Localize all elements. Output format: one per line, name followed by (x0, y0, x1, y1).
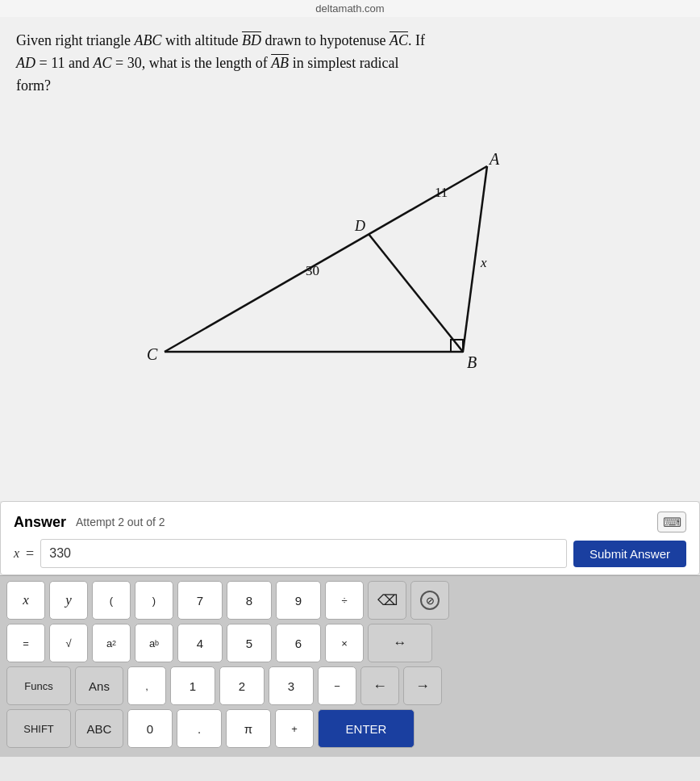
svg-text:x: x (480, 255, 487, 270)
key-right-arrow[interactable]: → (403, 666, 442, 705)
key-comma[interactable]: , (127, 666, 166, 705)
equals-sign: = (26, 545, 34, 562)
keyboard-row-2: = √ a2 ab 4 5 6 × ↔ (6, 624, 694, 662)
svg-line-3 (369, 234, 463, 352)
key-sqrt[interactable]: √ (49, 624, 88, 662)
key-2[interactable]: 2 (219, 666, 265, 705)
svg-text:B: B (467, 353, 477, 371)
key-1[interactable]: 1 (170, 666, 215, 705)
math-keyboard: x y ( ) 7 8 9 ÷ ⌫ ⊘ = √ a2 ab 4 5 6 × ↔ … (0, 575, 700, 757)
svg-text:D: D (354, 218, 365, 234)
clear-icon: ⊘ (420, 591, 440, 610)
key-ans[interactable]: Ans (75, 666, 123, 705)
key-7[interactable]: 7 (177, 581, 223, 620)
answer-label: Answer (14, 514, 66, 531)
key-shift[interactable]: SHIFT (6, 709, 71, 748)
key-multiply[interactable]: × (325, 624, 364, 662)
key-close-paren[interactable]: ) (135, 581, 173, 620)
keyboard-row-1: x y ( ) 7 8 9 ÷ ⌫ ⊘ (6, 581, 694, 620)
key-plus[interactable]: + (275, 709, 314, 748)
url-bar: deltamath.com (0, 0, 700, 17)
key-3[interactable]: 3 (269, 666, 314, 705)
key-decimal[interactable]: . (177, 709, 222, 748)
key-0[interactable]: 0 (127, 709, 173, 748)
x-prefix: x (14, 546, 19, 561)
key-square[interactable]: a2 (92, 624, 131, 662)
answer-input[interactable]: 330 (40, 539, 567, 568)
key-pi[interactable]: π (226, 709, 271, 748)
svg-text:11: 11 (435, 185, 448, 200)
key-5[interactable]: 5 (227, 624, 272, 662)
url-text: deltamath.com (315, 2, 384, 15)
key-6[interactable]: 6 (276, 624, 321, 662)
key-left-right-arrow[interactable]: ↔ (368, 624, 432, 662)
svg-text:30: 30 (306, 263, 319, 278)
key-left-arrow[interactable]: ← (360, 666, 399, 705)
submit-button[interactable]: Submit Answer (573, 541, 686, 567)
input-row: x = 330 Submit Answer (14, 539, 686, 568)
main-content: Given right triangle ABC with altitude B… (0, 17, 700, 501)
diagram-area: C B A D 11 30 x (16, 106, 684, 404)
answer-label-row: Answer Attempt 2 out of 2 ⌨ (14, 512, 686, 532)
keyboard-row-3: Funcs Ans , 1 2 3 − ← → (6, 666, 694, 705)
keyboard-toggle-button[interactable]: ⌨ (657, 512, 686, 532)
key-x[interactable]: x (6, 581, 45, 620)
key-power[interactable]: ab (135, 624, 173, 662)
key-y[interactable]: y (49, 581, 88, 620)
key-minus[interactable]: − (318, 666, 356, 705)
key-9[interactable]: 9 (276, 581, 321, 620)
key-open-paren[interactable]: ( (92, 581, 131, 620)
backspace-icon: ⌫ (377, 591, 398, 609)
key-enter[interactable]: ENTER (318, 709, 415, 748)
answer-section: Answer Attempt 2 out of 2 ⌨ x = 330 Subm… (0, 501, 700, 575)
triangle-diagram: C B A D 11 30 x (116, 118, 584, 392)
key-4[interactable]: 4 (177, 624, 223, 662)
keyboard-row-4: SHIFT ABC 0 . π + ENTER (6, 709, 694, 748)
key-divide[interactable]: ÷ (325, 581, 364, 620)
key-equals[interactable]: = (6, 624, 45, 662)
key-8[interactable]: 8 (227, 581, 272, 620)
key-funcs[interactable]: Funcs (6, 666, 71, 705)
attempt-text: Attempt 2 out of 2 (76, 516, 165, 528)
key-abc[interactable]: ABC (75, 709, 123, 748)
key-backspace[interactable]: ⌫ (368, 581, 406, 620)
svg-text:C: C (147, 345, 158, 363)
svg-text:A: A (488, 150, 500, 168)
problem-text: Given right triangle ABC with altitude B… (16, 30, 684, 98)
key-clear[interactable]: ⊘ (410, 581, 449, 620)
